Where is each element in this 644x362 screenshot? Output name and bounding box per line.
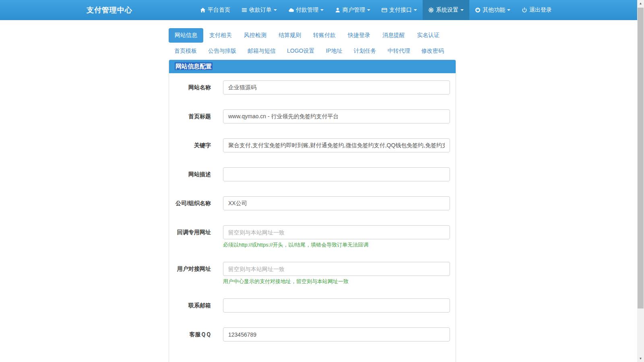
tab-email-sms[interactable]: 邮箱与短信: [242, 45, 281, 57]
nav-item-platform-home[interactable]: 平台首页: [194, 0, 236, 20]
nav-menu: 平台首页 收款订单 付款管理 商户管理 支付接口: [194, 0, 557, 20]
nav-item-label: 商户管理: [343, 6, 365, 14]
field-label: 首页标题: [175, 109, 223, 123]
settings-content: 网站信息 支付相关 风控检测 结算规则 转账付款 快捷登录 消息提醒 实名认证 …: [169, 28, 456, 362]
panel-title: 网站信息配置: [175, 62, 213, 70]
field-label: 联系邮箱: [175, 298, 223, 313]
contact-email-input[interactable]: [223, 298, 450, 313]
vertical-scrollbar[interactable]: ▲ ▼: [637, 0, 644, 362]
field-label: 客服ＱＱ: [175, 327, 223, 341]
tab-message-reminder[interactable]: 消息提醒: [376, 28, 411, 43]
nav-container: 支付管理中心 平台首页 收款订单 付款管理 商户管理: [87, 0, 557, 20]
nav-item-label: 退出登录: [529, 6, 552, 14]
site-description-input[interactable]: [223, 167, 450, 181]
form-group-site-name: 网站名称: [175, 80, 450, 95]
app-brand: 支付管理中心: [87, 5, 132, 15]
tab-transfer-payment[interactable]: 转账付款: [307, 28, 342, 43]
power-icon: [522, 7, 527, 13]
chevron-down-icon: [460, 9, 464, 11]
chevron-down-icon: [274, 9, 277, 11]
keywords-input[interactable]: [223, 138, 450, 152]
credit-card-icon: [382, 7, 387, 13]
tab-ip-address[interactable]: IP地址: [320, 45, 348, 57]
list-icon: [242, 7, 247, 13]
tab-home-template[interactable]: 首页模板: [169, 45, 202, 57]
gear-icon: [428, 7, 434, 13]
tab-payment-related[interactable]: 支付相关: [203, 28, 238, 43]
chevron-down-icon: [367, 9, 370, 11]
tab-change-password[interactable]: 修改密码: [416, 45, 450, 57]
tab-transit-proxy[interactable]: 中转代理: [382, 45, 416, 57]
tab-risk-control[interactable]: 风控检测: [238, 28, 272, 43]
nav-item-system-settings[interactable]: 系统设置: [423, 0, 469, 20]
settings-tabs-row2: 首页模板 公告与排版 邮箱与短信 LOGO设置 IP地址 计划任务 中转代理 修…: [169, 45, 456, 57]
nav-item-label: 平台首页: [208, 6, 230, 14]
service-qq-input[interactable]: [223, 327, 450, 341]
form-group-keywords: 关键字: [175, 138, 450, 152]
field-label: 关键字: [175, 138, 223, 152]
field-label: 公司/组织名称: [175, 196, 223, 210]
nav-item-merchant-management[interactable]: 商户管理: [329, 0, 376, 20]
nav-item-logout[interactable]: 退出登录: [516, 0, 557, 20]
cloud-icon: [288, 7, 294, 13]
chevron-down-icon: [414, 9, 417, 11]
chevron-down-icon: [507, 9, 510, 11]
user-connect-url-help-text: 用户中心显示的支付对接地址，留空则与本站网址一致: [223, 278, 450, 285]
nav-item-payment-interface[interactable]: 支付接口: [376, 0, 423, 20]
nav-item-label: 其他功能: [483, 6, 505, 14]
form-group-company-name: 公司/组织名称: [175, 196, 450, 210]
nav-item-payout-management[interactable]: 付款管理: [283, 0, 329, 20]
form-group-home-title: 首页标题: [175, 109, 450, 123]
scroll-down-arrow-icon[interactable]: ▼: [637, 355, 644, 362]
nav-item-label: 收款订单: [249, 6, 272, 14]
form-group-callback-url: 回调专用网址 必须以http://或https://开头，以/结尾，填错会导致订…: [175, 225, 450, 249]
field-label: 网站名称: [175, 80, 223, 95]
callback-url-help-text: 必须以http://或https://开头，以/结尾，填错会导致订单无法回调: [223, 241, 450, 249]
field-label: 用户对接网址: [175, 262, 223, 285]
chevron-down-icon: [320, 9, 324, 11]
user-icon: [335, 7, 341, 13]
tab-settlement-rules[interactable]: 结算规则: [272, 28, 307, 43]
form-group-user-connect-url: 用户对接网址 用户中心显示的支付对接地址，留空则与本站网址一致: [175, 262, 450, 285]
user-connect-url-input[interactable]: [223, 262, 450, 276]
tab-real-name-auth[interactable]: 实名认证: [411, 28, 446, 43]
scrollbar-thumb[interactable]: [638, 8, 644, 309]
callback-url-input[interactable]: [223, 225, 450, 239]
home-icon: [200, 7, 206, 13]
panel-header: 网站信息配置: [169, 60, 456, 73]
panel-body: 网站名称 首页标题 关键字 网站描述: [169, 73, 456, 362]
top-navbar: 支付管理中心 平台首页 收款订单 付款管理 商户管理: [0, 0, 644, 20]
tab-quick-login[interactable]: 快捷登录: [342, 28, 376, 43]
field-label: 回调专用网址: [175, 225, 223, 249]
nav-item-label: 付款管理: [296, 6, 318, 14]
tab-scheduled-tasks[interactable]: 计划任务: [348, 45, 382, 57]
scroll-up-arrow-icon[interactable]: ▲: [637, 0, 644, 7]
site-info-panel: 网站信息配置 网站名称 首页标题 关键字: [169, 60, 456, 362]
nav-item-receive-orders[interactable]: 收款订单: [236, 0, 283, 20]
cube-icon: [475, 7, 481, 13]
tab-logo-settings[interactable]: LOGO设置: [281, 45, 320, 57]
nav-item-other-functions[interactable]: 其他功能: [469, 0, 516, 20]
nav-item-label: 支付接口: [389, 6, 412, 14]
company-name-input[interactable]: [223, 196, 450, 210]
site-name-input[interactable]: [223, 80, 450, 95]
tab-announcement-layout[interactable]: 公告与排版: [202, 45, 242, 57]
form-group-contact-email: 联系邮箱: [175, 298, 450, 313]
home-title-input[interactable]: [223, 109, 450, 123]
form-group-service-qq: 客服ＱＱ: [175, 327, 450, 341]
nav-item-label: 系统设置: [436, 6, 458, 14]
field-label: 网站描述: [175, 167, 223, 181]
settings-tabs-row1: 网站信息 支付相关 风控检测 结算规则 转账付款 快捷登录 消息提醒 实名认证: [169, 28, 456, 43]
form-group-site-description: 网站描述: [175, 167, 450, 181]
tab-site-info[interactable]: 网站信息: [169, 28, 203, 43]
